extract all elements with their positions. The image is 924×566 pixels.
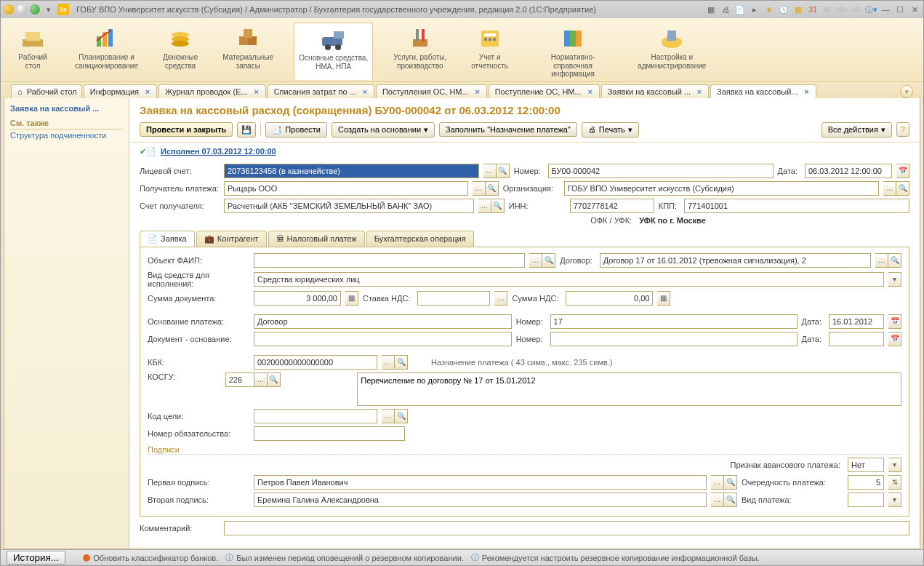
- ribbon-settings[interactable]: Настройка иадминистрирование: [633, 23, 710, 80]
- select-icon[interactable]: …: [711, 475, 724, 490]
- tab-receipt[interactable]: Поступление ОС, НМ...×: [489, 84, 600, 98]
- recip-bank-input[interactable]: Расчетный (АКБ "ЗЕМСКИЙ ЗЕМЕЛЬНЫЙ БАНК" …: [224, 199, 474, 213]
- payment-purpose-textarea[interactable]: Перечисление по договору № 17 от 15.01.2…: [357, 372, 901, 406]
- select-icon[interactable]: …: [478, 199, 491, 213]
- create-based-button[interactable]: Создать на основании ▾: [332, 122, 435, 137]
- spinner-icon[interactable]: ⇅: [888, 475, 901, 490]
- ribbon-money[interactable]: Денежныесредства: [158, 23, 202, 80]
- post-button[interactable]: 📑Провести: [265, 122, 327, 137]
- calendar-icon[interactable]: 📅: [888, 332, 901, 346]
- priority-input[interactable]: 5: [848, 475, 884, 490]
- search-icon[interactable]: 🔍: [888, 253, 901, 268]
- kbk-input[interactable]: 00200000000000000: [254, 355, 377, 370]
- status-msg-backup-period[interactable]: ⓘБыл изменен период оповещений о резервн…: [225, 552, 464, 563]
- search-icon[interactable]: 🔍: [395, 409, 408, 423]
- search-icon[interactable]: 🔍: [724, 493, 737, 507]
- inn-input[interactable]: 7702778142: [570, 199, 654, 213]
- target-input[interactable]: [254, 409, 377, 423]
- org-input[interactable]: ГОБУ ВПО Университет искусств (Субсидия): [564, 181, 879, 196]
- doc-basis-num-input[interactable]: [550, 332, 798, 346]
- tab-desktop[interactable]: ⌂Рабочий стол: [11, 84, 82, 98]
- history-button[interactable]: История...: [7, 551, 65, 565]
- doc-basis-date-input[interactable]: [829, 332, 884, 346]
- all-actions-button[interactable]: Все действия ▾: [821, 122, 892, 137]
- ribbon-fixed-assets[interactable]: Основные средства,НМА, НПА: [294, 23, 373, 80]
- tab-close-icon[interactable]: ×: [695, 87, 704, 96]
- search-icon[interactable]: 🔍: [268, 372, 281, 387]
- select-icon[interactable]: …: [883, 181, 896, 196]
- help-button[interactable]: ?: [896, 122, 909, 137]
- sidebar-current[interactable]: Заявка на кассовый ...: [10, 103, 123, 114]
- subtab-request[interactable]: 📄Заявка: [140, 231, 195, 247]
- search-icon[interactable]: 🔍: [497, 164, 510, 178]
- sidebar-structure-link[interactable]: Структура подчиненности: [10, 129, 123, 141]
- status-msg-banks[interactable]: Обновить классификатор банков.: [83, 554, 218, 562]
- vat-rate-input[interactable]: [417, 291, 490, 306]
- sign1-input[interactable]: Петров Павел Иванович: [254, 475, 707, 490]
- subtab-accounting[interactable]: Бухгалтерская операция: [366, 231, 474, 247]
- help-icon[interactable]: ⓘ▾: [865, 4, 877, 15]
- m-minus-icon[interactable]: M-: [851, 4, 862, 15]
- tab-close-icon[interactable]: ×: [361, 87, 369, 96]
- faip-input[interactable]: [254, 253, 525, 268]
- select-icon[interactable]: …: [494, 291, 507, 306]
- ribbon-planning[interactable]: Планирование исанкционирование: [71, 23, 142, 80]
- select-icon[interactable]: …: [875, 253, 888, 268]
- search-icon[interactable]: 🔍: [491, 199, 505, 213]
- vat-sum-input[interactable]: 0,00: [566, 291, 653, 306]
- tab-close-icon[interactable]: ×: [473, 87, 482, 96]
- tab-requests[interactable]: Заявки на кассовый ...×: [601, 84, 709, 98]
- tab-request-active[interactable]: Заявка на кассовый...×: [710, 84, 816, 98]
- sum-input[interactable]: 3 000,00: [254, 291, 341, 306]
- dropdown-icon[interactable]: ▾: [888, 458, 901, 472]
- tab-journal[interactable]: Журнал проводок (Е...×: [158, 84, 266, 98]
- select-icon[interactable]: …: [529, 253, 542, 268]
- tab-close-icon[interactable]: ×: [143, 87, 152, 96]
- tab-close-icon[interactable]: ×: [803, 87, 811, 96]
- ribbon-desktop[interactable]: Рабочийстол: [11, 23, 55, 80]
- doc-basis-input[interactable]: [254, 332, 512, 346]
- kosgu-input[interactable]: 226: [225, 372, 254, 387]
- arrow-icon[interactable]: ▸: [749, 4, 760, 15]
- comment-input[interactable]: [224, 521, 909, 535]
- star-icon[interactable]: ★: [763, 4, 775, 15]
- search-icon[interactable]: 🔍: [542, 253, 555, 268]
- calc-icon[interactable]: ▦: [792, 4, 804, 15]
- search-icon[interactable]: 🔍: [486, 181, 499, 196]
- tab-info[interactable]: Информация×: [84, 84, 157, 98]
- ribbon-services[interactable]: Услуги, работы,производство: [389, 23, 451, 80]
- obligation-input[interactable]: [254, 426, 405, 441]
- post-and-close-button[interactable]: Провести и закрыть: [140, 122, 233, 137]
- print-icon[interactable]: 🖨: [720, 4, 731, 15]
- select-icon[interactable]: …: [382, 409, 395, 423]
- dropdown-icon[interactable]: ▾: [43, 4, 55, 15]
- close-icon[interactable]: ✕: [909, 4, 920, 15]
- fill-payment-purpose-button[interactable]: Заполнить "Назначение платежа": [439, 122, 577, 137]
- search-icon[interactable]: 🔍: [724, 475, 737, 490]
- calc-icon[interactable]: ▦: [345, 291, 358, 306]
- subtab-contragent[interactable]: 💼Контрагент: [196, 231, 267, 247]
- calendar-icon[interactable]: 31: [807, 4, 819, 15]
- sys-circle-2[interactable]: [17, 4, 27, 15]
- subtab-tax[interactable]: 🏛Налоговый платеж: [268, 231, 365, 247]
- number-input[interactable]: БУ00-000042: [548, 164, 774, 178]
- tab-close-icon[interactable]: ×: [252, 87, 261, 96]
- tabs-overflow-icon[interactable]: ▾: [900, 85, 913, 98]
- doc-icon[interactable]: 📄: [734, 4, 746, 15]
- paytype-input[interactable]: [848, 493, 884, 507]
- funds-input[interactable]: Средства юридических лиц: [254, 272, 884, 287]
- select-icon[interactable]: …: [473, 181, 486, 196]
- select-icon[interactable]: …: [711, 493, 724, 507]
- sys-circle-1[interactable]: [4, 4, 14, 15]
- select-icon[interactable]: …: [483, 164, 497, 178]
- save-button[interactable]: 💾: [237, 122, 256, 137]
- status-msg-backup-recommend[interactable]: ⓘРекомендуется настроить резервное копир…: [471, 552, 760, 563]
- maximize-icon[interactable]: ☐: [894, 4, 906, 15]
- basis-date-input[interactable]: 16.01.2012: [829, 314, 884, 329]
- recipient-input[interactable]: Рыцарь ООО: [224, 181, 468, 196]
- ribbon-reference[interactable]: Нормативно-справочнаяинформация: [529, 23, 617, 80]
- minimize-icon[interactable]: —: [880, 4, 891, 15]
- select-icon[interactable]: …: [382, 355, 395, 370]
- kpp-input[interactable]: 771401001: [684, 199, 909, 213]
- contract-input[interactable]: Договор 17 от 16.01.2012 (тревожная сигн…: [600, 253, 871, 268]
